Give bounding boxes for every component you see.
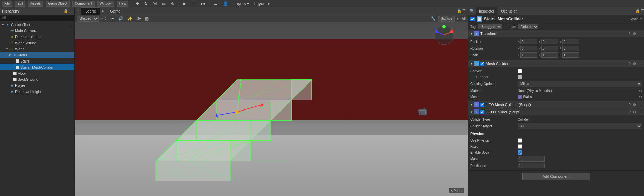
persp-label[interactable]: < Persp [449, 188, 464, 193]
toolbar-layers[interactable]: Layers ▾ [232, 1, 250, 7]
heo-mesh-collider-header[interactable]: ▼ ✎ HEO Mesh Collider (Script) ? ⚙ ⋮ [468, 101, 644, 108]
scene-stats[interactable]: 0▾ [135, 16, 142, 22]
mesh-select-btn[interactable]: ⊙ [639, 95, 642, 99]
scale-x-input[interactable] [520, 52, 537, 58]
toolbar-rotate[interactable]: ↻ [143, 1, 149, 7]
toolbar-pause[interactable]: ⏸ [190, 1, 197, 7]
scene-tools[interactable]: 🔧 [429, 16, 437, 22]
toolbar-all-transform[interactable]: ⊕ [170, 1, 176, 7]
enable-body-checkbox[interactable] [518, 150, 522, 155]
audio-toggle[interactable]: 🔊 [117, 16, 125, 22]
inspector-menu-btn[interactable]: ☰ [641, 9, 644, 13]
hierarchy-item-despawn[interactable]: ■ DespawnHeight [0, 89, 74, 95]
shading-dropdown[interactable]: Shaded [77, 16, 99, 22]
toolbar-rect[interactable]: ▭ [161, 1, 167, 7]
material-select-btn[interactable]: ⊙ [639, 89, 642, 93]
rotation-x-input[interactable] [520, 46, 537, 51]
hierarchy-search-input[interactable] [0, 15, 74, 21]
transform-header[interactable]: ▼ ⊕ Transform ? ⚙ ⋮ [468, 30, 644, 37]
toolbar-file[interactable]: File [2, 1, 12, 7]
heo-collider-menu-btn[interactable]: ⋮ [638, 110, 642, 114]
mesh-collider-checkbox[interactable] [480, 62, 484, 66]
hierarchy-item-player[interactable]: ■ Player [0, 82, 74, 89]
cooking-options-dropdown[interactable]: Mixed... [518, 81, 642, 87]
mesh-collider-header[interactable]: ▼ ⬡ Mesh Collider ? ⚙ ⋮ [468, 60, 644, 67]
toolbar-component[interactable]: Component [72, 1, 95, 7]
collider-target-dropdown[interactable]: All [518, 123, 642, 129]
transform-help-btn[interactable]: ? [629, 32, 631, 36]
2d-toggle[interactable]: 2D [100, 16, 108, 22]
transform-settings-btn[interactable]: ⚙ [633, 32, 636, 36]
fx-toggle[interactable]: ✨ [126, 16, 134, 22]
convex-checkbox[interactable] [518, 69, 522, 73]
static-arrow[interactable]: ▾ [640, 17, 642, 21]
hierarchy-item-world[interactable]: ▼ ⬡ World [0, 46, 74, 52]
toolbar-assets[interactable]: Assets [28, 1, 43, 7]
restitution-input[interactable] [518, 163, 545, 168]
hierarchy-item-background[interactable]: ⬜ BackGround [0, 76, 74, 82]
hierarchy-item-main-camera[interactable]: 📷 Main Camera [0, 28, 74, 34]
fixed-checkbox[interactable] [518, 144, 522, 149]
heo-mesh-menu-btn[interactable]: ⋮ [638, 103, 642, 107]
position-z-input[interactable] [562, 39, 579, 44]
toolbar-step[interactable]: ⏭ [200, 1, 206, 7]
add-component-button[interactable]: Add Component [522, 173, 590, 180]
tab-occlusion[interactable]: Occlusion [498, 7, 521, 15]
toolbar-play[interactable]: ▶ [182, 1, 187, 7]
scene-pin-btn[interactable]: 🔒 [457, 9, 462, 13]
tab-game[interactable]: Game [106, 7, 124, 15]
overlay-toggle[interactable]: ▦ [144, 16, 150, 22]
mesh-obj-icon: ⬡ [518, 95, 522, 99]
tab-inspector[interactable]: Inspector [476, 7, 498, 15]
mesh-collider-menu-btn[interactable]: ⋮ [638, 62, 642, 66]
mesh-collider-arrow: ▼ [470, 62, 473, 65]
transform-menu-btn[interactable]: ⋮ [638, 32, 642, 36]
hierarchy-lock-icon[interactable]: 🔒 [64, 9, 68, 13]
hierarchy-item-stairs-inner[interactable]: ⬜ Stairs [0, 58, 74, 64]
toolbar-move[interactable]: ✥ [134, 1, 140, 7]
lighting-toggle[interactable]: ☀ [109, 16, 116, 22]
heo-collider-header[interactable]: ▼ ✎ HEO Collider (Script) ? ⚙ ⋮ [468, 108, 644, 115]
scene-menu-btn[interactable]: ☰ [462, 9, 466, 13]
toolbar-window[interactable]: Window [97, 1, 114, 7]
toolbar-edit[interactable]: Edit [15, 1, 25, 7]
inspector-pin-btn[interactable]: 🔒 [635, 9, 640, 13]
mass-input[interactable] [518, 156, 545, 162]
use-physics-checkbox[interactable] [518, 138, 522, 143]
position-x-input[interactable] [520, 39, 537, 44]
object-active-checkbox[interactable] [470, 17, 475, 21]
toolbar-help[interactable]: Help [117, 1, 129, 7]
toolbar-account[interactable]: 👤 [222, 1, 229, 7]
hierarchy-item-floor[interactable]: ⬜ Floor [0, 70, 74, 76]
heo-collider-checkbox[interactable] [480, 110, 484, 114]
gizmos-btn[interactable]: Gizmos [438, 16, 455, 22]
hierarchy-item-world-setting[interactable]: ⬡ WorldSetting [0, 40, 74, 46]
tag-dropdown[interactable]: Untagged [478, 24, 502, 29]
heo-mesh-settings-btn[interactable]: ⚙ [633, 103, 636, 107]
hierarchy-item-dir-light[interactable]: ☀ Directional Light [0, 34, 74, 40]
position-y-input[interactable] [541, 39, 558, 44]
tab-scene[interactable]: Scene [81, 7, 100, 15]
heo-mesh-help-btn[interactable]: ? [629, 103, 631, 107]
scale-y-input[interactable] [541, 52, 558, 58]
scene-viewport[interactable]: 📹 X Y Z [75, 22, 468, 196]
toolbar-collab[interactable]: ☁ [212, 1, 219, 7]
mesh-collider-settings-btn[interactable]: ⚙ [633, 62, 636, 66]
hierarchy-menu-icon[interactable]: ☰ [69, 9, 72, 13]
scale-z-input[interactable] [562, 52, 579, 58]
mesh-collider-help-btn[interactable]: ? [629, 62, 631, 66]
is-trigger-checkbox[interactable] [518, 75, 522, 79]
hierarchy-item-stairs-meshcollider[interactable]: ⬜ Stairs_MeshCollider [0, 64, 74, 70]
hierarchy-item-stairs-parent[interactable]: ▼ ■ Stairs [0, 52, 74, 58]
heo-collider-settings-btn[interactable]: ⚙ [633, 110, 636, 114]
rotation-y-input[interactable] [541, 46, 558, 51]
rotation-z-input[interactable] [562, 46, 579, 51]
toolbar-gameobject[interactable]: GameObject [46, 1, 69, 7]
layer-dropdown[interactable]: Default [518, 24, 538, 29]
collidertest-menu[interactable]: ⋮ [69, 23, 73, 27]
heo-mesh-collider-checkbox[interactable] [480, 103, 484, 107]
heo-collider-help-btn[interactable]: ? [629, 110, 631, 114]
hierarchy-item-collidertest[interactable]: ▼ ■ ColliderTest ⋮ [0, 22, 74, 28]
toolbar-layout[interactable]: Layout ▾ [253, 1, 271, 7]
toolbar-scale[interactable]: ⇲ [152, 1, 158, 7]
